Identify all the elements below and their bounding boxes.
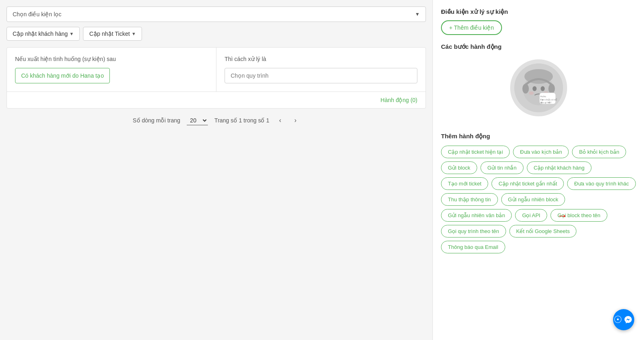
action-tag-5[interactable]: Cập nhật khách hàng [527, 161, 592, 174]
svg-point-5 [541, 86, 545, 91]
svg-text:liệu gì hết!: liệu gì hết! [540, 101, 552, 104]
svg-point-2 [522, 84, 529, 94]
action-tag-4[interactable]: Gửi tin nhắn [480, 161, 524, 174]
action-tag-12[interactable]: Gọi API [515, 209, 547, 222]
svg-text:Bạn chưa có dữ: Bạn chưa có dữ [540, 98, 557, 101]
rows-per-page-select[interactable]: 20 50 100 [187, 116, 208, 125]
empty-face-text: Huhu Bạn chưa có dữ liệu gì hết! [514, 63, 563, 112]
action-buttons-row: Cập nhật khách hàng ▼ Cập nhật Ticket ▼ [7, 27, 426, 41]
action-tag-7[interactable]: Cập nhật ticket gần nhất [491, 177, 564, 190]
action-tag-8[interactable]: Đưa vào quy trình khác [567, 177, 635, 190]
filter-dropdown[interactable]: Chọn điều kiện lọc ▼ [7, 7, 426, 22]
action-count-row: Hành động (0) [7, 92, 426, 108]
svg-point-6 [529, 92, 534, 95]
svg-point-3 [548, 84, 555, 94]
action-tag-11[interactable]: Gửi ngẫu nhiên văn bản [441, 209, 512, 222]
condition-row: Nếu xuất hiện tình huống (sự kiện) sau C… [7, 48, 426, 92]
action-tag-13[interactable]: Gọi block theo tên [550, 209, 607, 222]
update-customer-button[interactable]: Cập nhật khách hàng ▼ [7, 27, 80, 41]
condition-value-link[interactable]: Có khách hàng mới do Hana tạo [15, 68, 110, 83]
condition-left-label: Nếu xuất hiện tình huống (sự kiện) sau [15, 56, 208, 62]
chevron-down-icon: ▼ [131, 31, 136, 36]
action-tag-6[interactable]: Tạo mới ticket [441, 177, 488, 190]
svg-point-4 [533, 86, 537, 91]
condition-right: Thì cách xử lý là [216, 48, 426, 92]
process-select-input[interactable] [225, 68, 417, 83]
action-tag-0[interactable]: Cập nhật ticket hiện tại [441, 146, 510, 158]
condition-section-title: Điều kiện xử lý sự kiện [441, 8, 636, 15]
chevron-down-icon: ▼ [70, 31, 74, 36]
add-condition-button[interactable]: + Thêm điều kiện [441, 20, 502, 35]
add-action-title: Thêm hành động [441, 133, 636, 140]
prev-page-button[interactable]: ‹ [276, 115, 284, 126]
action-tag-2[interactable]: Bỏ khỏi kịch bản [572, 146, 626, 158]
svg-point-12 [622, 314, 634, 325]
update-ticket-button[interactable]: Cập nhật Ticket ▼ [83, 27, 142, 41]
condition-left: Nếu xuất hiện tình huống (sự kiện) sau C… [7, 48, 216, 92]
rows-per-page-label: Số dòng mỗi trang [133, 117, 180, 124]
action-tag-10[interactable]: Gửi ngẫu nhiên block [501, 193, 565, 206]
empty-circle: Huhu Bạn chưa có dữ liệu gì hết! [510, 59, 567, 116]
action-tag-16[interactable]: Thông báo qua Email [441, 241, 505, 253]
condition-right-label: Thì cách xử lý là [225, 56, 417, 62]
action-tag-9[interactable]: Thu thập thông tin [441, 193, 498, 206]
messenger-fab[interactable]: ☉ [613, 309, 634, 330]
messenger-logo [622, 314, 634, 325]
right-panel: Điều kiện xử lý sự kiện + Thêm điều kiện… [432, 0, 644, 340]
action-tags-container: Cập nhật ticket hiện tạiĐưa vào kịch bản… [441, 146, 636, 253]
pagination-row: Số dòng mỗi trang 20 50 100 Trang số 1 t… [7, 109, 426, 132]
svg-text:Huhu: Huhu [540, 95, 546, 98]
action-count-text: Hành động (0) [380, 97, 417, 103]
main-content-box: Nếu xuất hiện tình huống (sự kiện) sau C… [7, 47, 426, 109]
empty-face-svg: Huhu Bạn chưa có dữ liệu gì hết! [518, 68, 559, 108]
steps-title: Các bước hành động [441, 43, 636, 50]
action-tag-3[interactable]: Gửi block [441, 161, 477, 174]
update-ticket-label: Cập nhật Ticket [89, 31, 130, 37]
steps-section: Các bước hành động [441, 43, 636, 126]
action-tag-15[interactable]: Kết nối Google Sheets [509, 225, 577, 238]
action-tag-1[interactable]: Đưa vào kịch bản [513, 146, 569, 158]
update-customer-label: Cập nhật khách hàng [13, 31, 68, 37]
page-info: Trang số 1 trong số 1 [214, 117, 269, 124]
action-tag-14[interactable]: Gọi quy trình theo tên [441, 225, 506, 238]
next-page-button[interactable]: › [291, 115, 299, 126]
empty-illustration: Huhu Bạn chưa có dữ liệu gì hết! [441, 55, 636, 126]
chevron-down-icon: ▼ [415, 11, 420, 17]
messenger-icon: ☉ [613, 314, 622, 325]
filter-dropdown-label: Chọn điều kiện lọc [13, 11, 61, 17]
